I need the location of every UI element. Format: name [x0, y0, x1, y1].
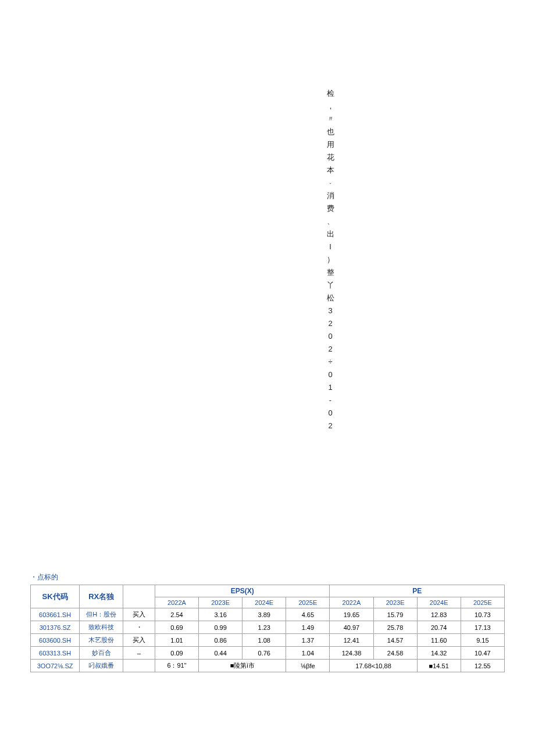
table-row: 603661.SH 但H：股份 买入 2.54 3.16 3.89 4.65 1… — [31, 608, 505, 621]
cell-eps: 0.86 — [199, 634, 242, 647]
cell-pe: 14.57 — [373, 634, 417, 647]
cell-rating — [123, 660, 155, 672]
v-char: I — [326, 241, 335, 253]
table-row: 603313.SH 妙百合 – 0.09 0.44 0.76 1.04 124.… — [31, 647, 505, 660]
cell-rating: 买入 — [123, 634, 155, 647]
cell-value: 17.68<10,88 — [330, 660, 417, 672]
th-pe-group: PE — [330, 585, 505, 597]
cell-value: ■陵第i市 — [199, 660, 286, 672]
v-char: 1 — [326, 381, 335, 394]
v-char: 3 — [326, 304, 335, 317]
cell-eps: 1.04 — [286, 647, 330, 660]
cell-eps: 1.01 — [155, 634, 198, 647]
cell-eps: 0.99 — [199, 621, 242, 634]
v-char: 0 — [326, 407, 335, 420]
cell-name: 致欧科技 — [80, 621, 123, 634]
th-year: 2022A — [155, 597, 198, 608]
v-char: - — [326, 394, 335, 407]
stock-table: SK代码 RX名独 EPS(X) PE 2022A 2023E 2024E 20… — [30, 585, 505, 672]
cell-pe: 12.41 — [330, 634, 373, 647]
cell-name: 妙百合 — [80, 647, 123, 660]
cell-eps: 1.23 — [242, 621, 286, 634]
table-row: 603600.SH 木艺股份 买入 1.01 0.86 1.08 1.37 12… — [31, 634, 505, 647]
cell-pe: 9.15 — [461, 634, 504, 647]
v-char: 、 — [326, 215, 335, 228]
th-name-suffix: 名独 — [99, 592, 114, 601]
v-char: 丫 — [326, 279, 335, 292]
cell-name: 叼叔娥番 — [80, 660, 123, 672]
th-year: 2024E — [242, 597, 286, 608]
cell-code: 603313.SH — [31, 647, 80, 660]
table-row: 301376.SZ 致欧科技 ・ 0.69 0.99 1.23 1.49 40.… — [31, 621, 505, 634]
cell-pe: 25.78 — [373, 621, 417, 634]
th-code: SK代码 — [31, 585, 80, 608]
cell-pe: 12.83 — [417, 608, 461, 621]
cell-eps: 0.76 — [242, 647, 286, 660]
v-char: 花 — [326, 151, 335, 164]
v-char: ） — [326, 253, 335, 266]
v-char: 费 — [326, 202, 335, 215]
v-char: 松 — [326, 292, 335, 304]
v-char: 0 — [326, 368, 335, 381]
cell-pe: 14.32 — [417, 647, 461, 660]
cell-pe: 10.47 — [461, 647, 504, 660]
cell-pe: 124.38 — [330, 647, 373, 660]
th-year: 2025E — [286, 597, 330, 608]
v-char: · — [326, 177, 335, 189]
v-char: 整 — [326, 266, 335, 279]
v-char: 〃 — [326, 113, 335, 126]
cell-pe: 19.65 — [330, 608, 373, 621]
v-char: ， — [326, 100, 335, 113]
cell-pe: 20.74 — [417, 621, 461, 634]
cell-eps: 1.37 — [286, 634, 330, 647]
cell-pe: 17.13 — [461, 621, 504, 634]
cell-pe: 11.60 — [417, 634, 461, 647]
cell-eps: 0.44 — [199, 647, 242, 660]
v-char: 本 — [326, 164, 335, 177]
cell-eps: 0.69 — [155, 621, 198, 634]
cell-eps: 4.65 — [286, 608, 330, 621]
th-name: RX名独 — [80, 585, 123, 608]
vertical-text-column: 检 ， 〃 也 用 花 本 · 消 费 、 出 I ） 整 丫 松 3 2 0 … — [326, 87, 335, 432]
th-year: 2023E — [199, 597, 242, 608]
th-rating — [123, 585, 155, 608]
cell-rating: – — [123, 647, 155, 660]
cell-pe: 15.79 — [373, 608, 417, 621]
table-caption: ・点标的 — [30, 572, 505, 582]
th-year: 2023E — [373, 597, 417, 608]
cell-eps: 3.16 — [199, 608, 242, 621]
cell-value: 6：91" — [155, 660, 198, 672]
th-code-prefix: SK — [42, 592, 53, 601]
cell-pe: 24.58 — [373, 647, 417, 660]
v-char: 出 — [326, 228, 335, 241]
v-char: 2 — [326, 317, 335, 330]
th-code-suffix: 代码 — [53, 592, 68, 601]
cell-eps: 2.54 — [155, 608, 198, 621]
th-year: 2025E — [461, 597, 504, 608]
table-footer-row: 3OO72⅛.SZ 叼叔娥番 6：91" ■陵第i市 ⅛βfe 17.68<10… — [31, 660, 505, 672]
cell-eps: 1.08 — [242, 634, 286, 647]
th-eps-group: EPS(X) — [155, 585, 329, 597]
th-year: 2022A — [330, 597, 373, 608]
v-char: 消 — [326, 189, 335, 202]
v-char: ÷ — [326, 356, 335, 368]
cell-value: 12.55 — [461, 660, 504, 672]
cell-pe: 10.73 — [461, 608, 504, 621]
cell-code: 301376.SZ — [31, 621, 80, 634]
v-char: 也 — [326, 126, 335, 138]
cell-eps: 0.09 — [155, 647, 198, 660]
cell-pe: 40.97 — [330, 621, 373, 634]
cell-name: 木艺股份 — [80, 634, 123, 647]
v-char: 用 — [326, 138, 335, 151]
v-char: 2 — [326, 343, 335, 356]
cell-code: 603600.SH — [31, 634, 80, 647]
v-char: 0 — [326, 330, 335, 343]
cell-eps: 1.49 — [286, 621, 330, 634]
cell-value: ■14.51 — [417, 660, 461, 672]
v-char: 2 — [326, 420, 335, 432]
th-name-prefix: RX — [88, 592, 99, 601]
cell-rating: 买入 — [123, 608, 155, 621]
cell-code: 3OO72⅛.SZ — [31, 660, 80, 672]
cell-eps: 3.89 — [242, 608, 286, 621]
cell-rating: ・ — [123, 621, 155, 634]
